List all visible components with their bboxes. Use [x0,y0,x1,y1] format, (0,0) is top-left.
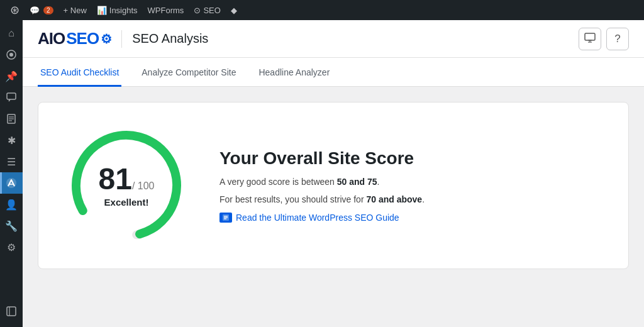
logo-seo-text: SEO [66,29,99,48]
sidebar-appearance[interactable]: ✱ [0,130,23,151]
sidebar-plugins[interactable]: ☰ [0,151,23,172]
logo-aio-text: AIO [38,29,65,48]
score-card: 81/ 100 Excellent! Your Overall Site Sco… [38,102,629,269]
diamond-icon: ◆ [231,6,237,15]
help-icon: ? [614,33,620,45]
svg-point-1 [9,53,13,57]
tabs-bar: SEO Audit Checklist Analyze Competitor S… [23,58,644,87]
score-circle-wrapper: 81/ 100 Excellent! [64,123,189,248]
score-desc1: A very good score is between 50 and 75. [219,175,425,189]
comment-icon: 💬 [30,6,40,15]
wpforms-link[interactable]: WPForms [143,0,189,20]
sidebar-pages[interactable] [0,108,23,130]
guide-link[interactable]: Read the Ultimate WordPress SEO Guide [236,213,399,223]
score-title: Your Overall Site Score [219,148,425,169]
tab-headline[interactable]: Headline Analyzer [256,67,332,87]
book-icon [219,213,232,223]
seo-circle-icon: ⊙ [194,6,201,15]
sidebar-comments[interactable] [0,87,23,108]
seo-label: SEO [203,6,220,15]
sidebar-users[interactable]: 👤 [0,194,23,215]
monitor-icon [584,33,596,45]
sidebar-tools[interactable]: 🔧 [0,215,23,236]
sidebar-home[interactable]: ⌂ [0,23,23,44]
score-info: Your Overall Site Score A very good scor… [219,148,425,223]
tab-seo-audit[interactable]: SEO Audit Checklist [38,67,121,87]
new-label: + New [64,6,87,15]
new-link[interactable]: + New [58,0,92,20]
seo-link[interactable]: ⊙ SEO [189,0,225,20]
wpforms-label: WPForms [148,6,184,15]
score-link: Read the Ultimate WordPress SEO Guide [219,213,425,223]
svg-rect-2 [7,93,16,99]
score-rating: Excellent! [99,197,155,208]
score-center: 81/ 100 Excellent! [99,164,155,208]
sidebar: ⌂ 📌 ✱ ☰ [0,20,23,327]
insights-label: Insights [109,6,138,15]
admin-bar: ⊛ 💬 2 + New 📊 Insights WPForms ⊙ SEO ◆ [0,0,644,20]
comments-link[interactable]: 💬 2 [25,0,58,20]
svg-rect-10 [585,33,595,40]
aioseo-logo: AIO SEO ⚙ [38,29,111,48]
diamond-link[interactable]: ◆ [226,0,242,20]
logo-gear-icon: ⚙ [101,31,111,47]
main-content: 81/ 100 Excellent! Your Overall Site Sco… [23,87,644,327]
sidebar-pin[interactable]: 📌 [0,65,23,87]
sidebar-collapse[interactable] [0,303,23,324]
svg-rect-8 [7,307,16,316]
score-desc2: For best results, you should strive for … [219,192,425,206]
header-divider [121,30,122,48]
insights-link[interactable]: 📊 Insights [92,0,143,20]
comment-count-badge: 2 [43,6,53,14]
page-header: AIO SEO ⚙ SEO Analysis [23,20,644,58]
score-outof: / 100 [132,180,155,191]
insights-icon: 📊 [97,6,107,15]
page-title: SEO Analysis [132,31,208,46]
monitor-button[interactable] [579,28,601,50]
wp-logo-icon: ⊛ [10,3,19,17]
help-button[interactable]: ? [606,28,629,50]
sidebar-dashboard[interactable] [0,44,23,65]
wp-home-link[interactable]: ⊛ [5,0,25,20]
sidebar-aioseo[interactable] [0,172,23,194]
sidebar-settings[interactable]: ⚙ [0,236,23,258]
score-number: 81/ 100 [99,164,155,194]
content-area: AIO SEO ⚙ SEO Analysis [23,20,644,327]
tab-competitor[interactable]: Analyze Competitor Site [139,67,238,87]
